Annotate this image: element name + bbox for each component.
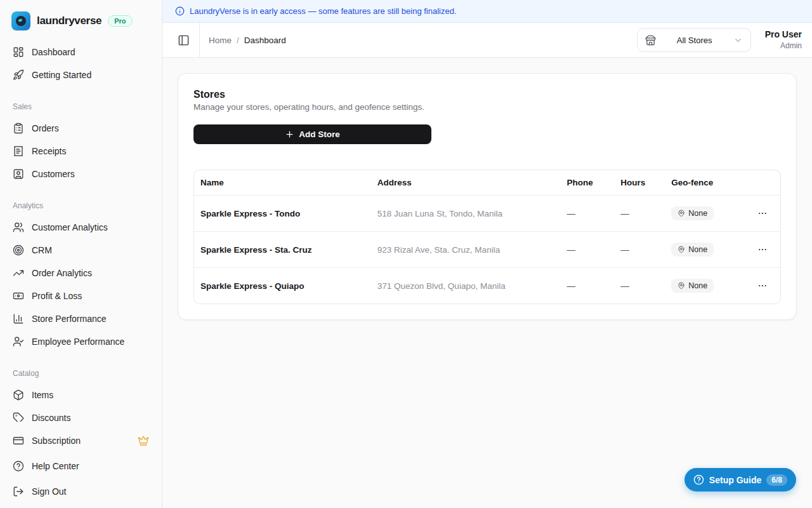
setup-guide-button[interactable]: Setup Guide 6/8 xyxy=(684,468,796,491)
map-pin-icon xyxy=(678,282,685,290)
breadcrumb-separator: / xyxy=(237,36,239,45)
topbar-right: All Stores Pro User Admin xyxy=(637,28,802,52)
rocket-icon xyxy=(13,69,24,81)
sidebar-item-label: Store Performance xyxy=(32,314,107,324)
sidebar-item-customer-analytics[interactable]: Customer Analytics xyxy=(8,216,154,239)
breadcrumb-home-link[interactable]: Home xyxy=(209,36,232,45)
store-hours: — xyxy=(614,196,665,232)
row-actions-button[interactable] xyxy=(755,242,770,257)
ellipsis-icon xyxy=(757,208,768,218)
store-address: 371 Quezon Blvd, Quiapo, Manila xyxy=(371,268,561,304)
store-selector-dropdown[interactable]: All Stores xyxy=(637,28,751,52)
sidebar-item-label: Customer Analytics xyxy=(32,222,108,232)
sidebar-item-employee-performance[interactable]: Employee Performance xyxy=(8,330,154,353)
user-card-icon xyxy=(13,168,24,180)
store-hours: — xyxy=(614,268,665,304)
store-selector-value: All Stores xyxy=(656,36,733,45)
sidebar-item-items[interactable]: Items xyxy=(8,384,154,406)
geofence-badge: None xyxy=(671,243,714,257)
banner-text: LaundryVerse is in early access — some f… xyxy=(190,6,457,16)
add-store-label: Add Store xyxy=(299,130,340,139)
table-header-row: Name Address Phone Hours Geo-fence xyxy=(194,170,780,196)
user-name: Pro User xyxy=(765,29,802,41)
early-access-banner: LaundryVerse is in early access — some f… xyxy=(162,0,812,23)
store-hours: — xyxy=(614,232,665,268)
sidebar-item-label: Help Center xyxy=(32,461,79,471)
store-address: 923 Rizal Ave, Sta. Cruz, Manila xyxy=(371,232,561,268)
trending-up-icon xyxy=(13,267,24,279)
column-header-address: Address xyxy=(371,170,561,196)
clipboard-list-icon xyxy=(13,123,24,134)
sidebar: laundryverse Pro Dashboard Getting Start… xyxy=(0,0,162,508)
sidebar-item-label: Profit & Loss xyxy=(32,291,82,301)
sidebar-item-help-center[interactable]: Help Center xyxy=(8,453,154,479)
row-actions-button[interactable] xyxy=(755,206,770,221)
column-header-phone: Phone xyxy=(561,170,615,196)
sidebar-item-label: Order Analytics xyxy=(32,268,92,278)
sidebar-item-subscription[interactable]: Subscription xyxy=(8,428,154,453)
sidebar-section-analytics: Analytics xyxy=(13,201,149,211)
map-pin-icon xyxy=(678,210,685,217)
sidebar-item-dashboard[interactable]: Dashboard xyxy=(8,41,154,64)
sidebar-item-profit-loss[interactable]: Profit & Loss xyxy=(8,284,154,307)
sidebar-item-label: Orders xyxy=(32,123,59,133)
column-header-hours: Hours xyxy=(614,170,665,196)
panel-left-icon xyxy=(178,34,190,46)
target-icon xyxy=(13,244,24,256)
credit-card-icon xyxy=(13,435,24,446)
help-circle-icon xyxy=(13,460,24,472)
sign-out-icon xyxy=(13,486,24,497)
sidebar-item-label: Discounts xyxy=(32,413,70,422)
sidebar-item-orders[interactable]: Orders xyxy=(8,117,154,140)
sidebar-item-store-performance[interactable]: Store Performance xyxy=(8,307,154,330)
sidebar-toggle-button[interactable] xyxy=(173,29,194,51)
sidebar-item-label: Sign Out xyxy=(32,486,66,497)
column-header-name: Name xyxy=(194,170,371,196)
breadcrumb: Home / Dashboard xyxy=(209,36,286,45)
sidebar-item-getting-started[interactable]: Getting Started xyxy=(8,64,154,86)
sidebar-section-catalog: Catalog xyxy=(13,368,149,378)
geofence-badge: None xyxy=(671,206,714,220)
topbar: Home / Dashboard All Stores Pro User Adm… xyxy=(162,23,812,58)
sidebar-item-receipts[interactable]: Receipts xyxy=(8,140,154,163)
store-name: Sparkle Express - Sta. Cruz xyxy=(194,232,371,268)
stores-table: Name Address Phone Hours Geo-fence Spark… xyxy=(193,170,781,304)
user-info[interactable]: Pro User Admin xyxy=(765,29,802,51)
store-address: 518 Juan Luna St, Tondo, Manila xyxy=(371,196,561,232)
sidebar-item-label: Receipts xyxy=(32,146,66,156)
column-header-geofence: Geo-fence xyxy=(665,170,738,196)
help-circle-icon xyxy=(693,474,704,485)
geofence-value: None xyxy=(688,281,707,290)
sidebar-item-customers[interactable]: Customers xyxy=(8,163,154,185)
map-pin-icon xyxy=(678,246,685,253)
sidebar-item-crm[interactable]: CRM xyxy=(8,239,154,262)
card-subtitle: Manage your stores, operating hours, and… xyxy=(193,102,781,112)
sidebar-item-order-analytics[interactable]: Order Analytics xyxy=(8,262,154,284)
breadcrumb-current: Dashboard xyxy=(244,36,286,45)
setup-guide-progress: 6/8 xyxy=(766,474,787,486)
sidebar-item-label: Employee Performance xyxy=(32,337,124,347)
geofence-value: None xyxy=(688,209,707,218)
column-header-actions xyxy=(738,170,780,196)
pro-plan-badge: Pro xyxy=(108,15,132,27)
sidebar-item-label: Subscription xyxy=(32,436,81,446)
sidebar-scroll-area: laundryverse Pro Dashboard Getting Start… xyxy=(0,0,162,422)
page-content: Stores Manage your stores, operating hou… xyxy=(162,58,812,508)
topbar-divider xyxy=(199,23,200,58)
store-name: Sparkle Express - Tondo xyxy=(194,196,371,232)
table-row: Sparkle Express - Sta. Cruz 923 Rizal Av… xyxy=(194,232,780,268)
geofence-badge: None xyxy=(671,279,714,293)
row-actions-button[interactable] xyxy=(755,278,770,293)
table-row: Sparkle Express - Tondo 518 Juan Luna St… xyxy=(194,196,780,232)
sidebar-item-discounts[interactable]: Discounts xyxy=(8,406,154,422)
app-name: laundryverse xyxy=(37,15,102,27)
table-row: Sparkle Express - Quiapo 371 Quezon Blvd… xyxy=(194,268,780,304)
ellipsis-icon xyxy=(757,281,768,291)
app-logo[interactable]: laundryverse Pro xyxy=(8,0,154,41)
add-store-button[interactable]: Add Store xyxy=(193,124,431,144)
bar-chart-icon xyxy=(13,313,24,324)
sidebar-item-sign-out[interactable]: Sign Out xyxy=(8,479,154,504)
store-phone: — xyxy=(561,268,615,304)
dashboard-icon xyxy=(13,46,24,58)
tag-icon xyxy=(13,412,24,422)
